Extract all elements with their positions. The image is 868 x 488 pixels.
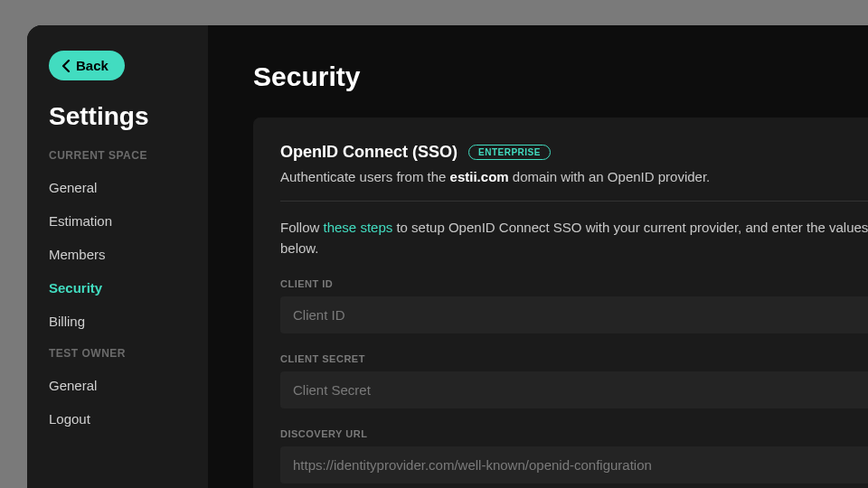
client-id-field-label: CLIENT ID bbox=[280, 278, 868, 289]
sidebar-item-general[interactable]: General bbox=[27, 171, 208, 204]
back-label: Back bbox=[76, 58, 108, 73]
sidebar-item-owner-general[interactable]: General bbox=[27, 369, 208, 402]
instructions: Follow these steps to setup OpenID Conne… bbox=[280, 218, 868, 258]
client-secret-field-label: CLIENT SECRET bbox=[280, 353, 868, 364]
client-secret-field[interactable] bbox=[280, 371, 868, 408]
section-label: CURRENT SPACE bbox=[49, 149, 208, 162]
sub-domain: estii.com bbox=[450, 169, 509, 184]
discovery-url-field-label: DISCOVERY URL bbox=[280, 428, 868, 439]
sub-suffix: domain with an OpenID provider. bbox=[509, 169, 711, 184]
sso-panel: OpenID Connect (SSO) ENTERPRISE Authenti… bbox=[253, 117, 868, 488]
sidebar-item-billing[interactable]: Billing bbox=[27, 305, 208, 338]
back-button[interactable]: Back bbox=[49, 51, 125, 80]
settings-window: Back Settings CURRENT SPACEGeneralEstima… bbox=[27, 25, 868, 488]
enterprise-badge: ENTERPRISE bbox=[468, 145, 551, 160]
discovery-url-field[interactable] bbox=[280, 446, 868, 483]
chevron-left-icon bbox=[61, 60, 71, 72]
panel-header: OpenID Connect (SSO) ENTERPRISE bbox=[280, 143, 868, 162]
settings-title: Settings bbox=[49, 102, 208, 131]
panel-subtitle: Authenticate users from the estii.com do… bbox=[280, 169, 868, 202]
sidebar-item-security[interactable]: Security bbox=[27, 271, 208, 305]
sidebar-item-estimation[interactable]: Estimation bbox=[27, 204, 208, 238]
client-id-field[interactable] bbox=[280, 296, 868, 333]
section-label: TEST OWNER bbox=[49, 347, 208, 360]
sidebar: Back Settings CURRENT SPACEGeneralEstima… bbox=[27, 25, 208, 488]
sidebar-item-logout[interactable]: Logout bbox=[27, 402, 208, 436]
panel-title: OpenID Connect (SSO) bbox=[280, 143, 458, 162]
main-content: Security OpenID Connect (SSO) ENTERPRISE… bbox=[208, 25, 868, 488]
instr-prefix: Follow bbox=[280, 220, 324, 235]
sidebar-item-members[interactable]: Members bbox=[27, 238, 208, 271]
page-title: Security bbox=[253, 61, 868, 92]
sub-prefix: Authenticate users from the bbox=[280, 169, 450, 184]
setup-steps-link[interactable]: these steps bbox=[324, 220, 393, 235]
